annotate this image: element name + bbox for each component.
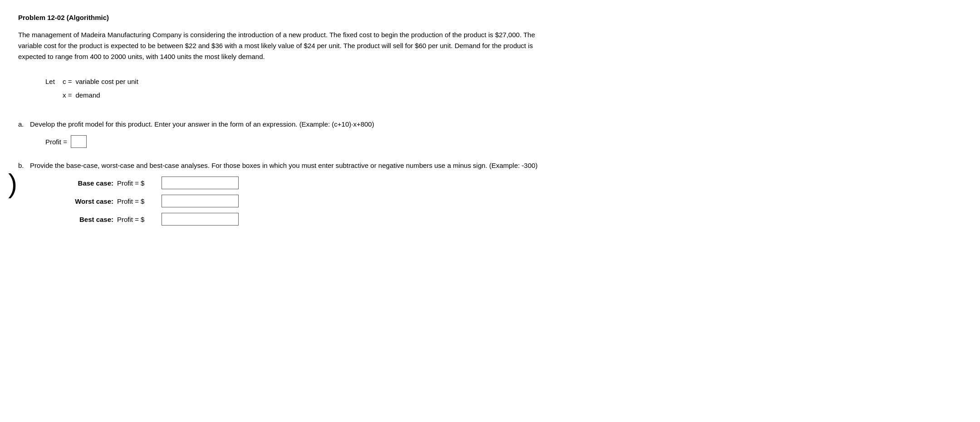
left-bracket: ) (8, 168, 17, 199)
part-a-profit-input[interactable] (71, 135, 87, 148)
var-x-definition: demand (75, 88, 100, 102)
best-case-profit-label: Profit = $ (117, 216, 158, 223)
best-case-label: Best case: (64, 216, 113, 223)
best-case-row: Best case: Profit = $ (64, 213, 962, 226)
worst-case-row: Worst case: Profit = $ (64, 195, 962, 207)
base-case-profit-label: Profit = $ (117, 179, 158, 187)
var-x-label: x = (63, 88, 72, 102)
base-case-input[interactable] (162, 177, 239, 189)
description-line2: variable cost for the product is expecte… (18, 42, 533, 49)
part-a-profit-label: Profit = (45, 138, 67, 146)
cases-section: Base case: Profit = $ Worst case: Profit… (64, 177, 962, 226)
var-c-definition: variable cost per unit (75, 75, 138, 88)
part-a-label: a. Develop the profit model for this pro… (18, 120, 962, 128)
worst-case-profit-label: Profit = $ (117, 197, 158, 205)
part-a-profit-row: Profit = (45, 135, 962, 148)
let-label: Let (45, 75, 59, 88)
worst-case-label: Worst case: (64, 197, 113, 205)
part-b-text: Provide the base-case, worst-case and be… (30, 162, 538, 169)
var-c-label: c = (63, 75, 72, 88)
best-case-input[interactable] (162, 213, 239, 226)
problem-description: The management of Madeira Manufacturing … (18, 29, 744, 62)
base-case-row: Base case: Profit = $ (64, 177, 962, 189)
description-line1: The management of Madeira Manufacturing … (18, 31, 535, 39)
var-x-row: x = demand (45, 88, 962, 102)
problem-title: Problem 12-02 (Algorithmic) (18, 14, 962, 21)
part-a-section: a. Develop the profit model for this pro… (18, 120, 962, 148)
part-a-letter: a. (18, 120, 27, 128)
worst-case-input[interactable] (162, 195, 239, 207)
base-case-label: Base case: (64, 179, 113, 187)
part-b-letter: b. (18, 162, 27, 169)
part-b-label: b. Provide the base-case, worst-case and… (18, 162, 962, 169)
variable-definitions: Let c = variable cost per unit x = deman… (45, 75, 962, 102)
part-a-text: Develop the profit model for this produc… (30, 120, 374, 128)
var-c-row: Let c = variable cost per unit (45, 75, 962, 88)
part-b-section: b. Provide the base-case, worst-case and… (18, 162, 962, 226)
description-line3: expected to range from 400 to 2000 units… (18, 53, 265, 60)
